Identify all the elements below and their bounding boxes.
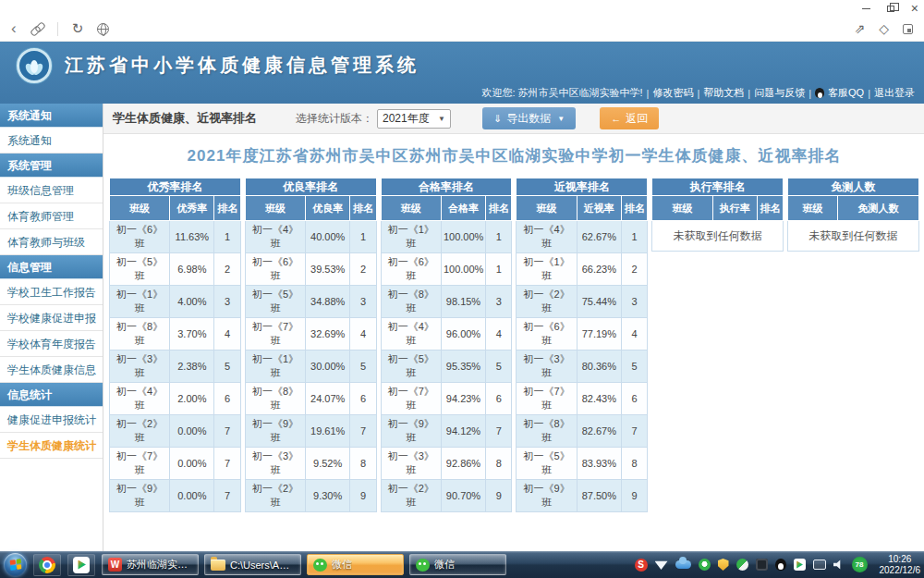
sidebar-item[interactable]: 学校健康促进申报 — [0, 305, 103, 331]
table-column-header: 合格率 — [441, 196, 485, 221]
table-row: 初一《7》班32.69%4 — [245, 318, 376, 350]
system-tray: S78 — [635, 557, 869, 572]
table-cell-class: 初一《8》班 — [381, 286, 441, 318]
refresh-icon[interactable]: ↻ — [72, 22, 84, 35]
sidebar-item[interactable]: 学生体质健康统计 — [0, 433, 103, 459]
table-cell-rank: 6 — [621, 383, 647, 415]
table-cell-class: 初一《2》班 — [245, 480, 305, 512]
header-link[interactable]: 修改密码 — [652, 86, 693, 100]
link-icon[interactable] — [30, 23, 43, 34]
sidebar: 系统通知系统通知系统管理班级信息管理体育教师管理体育教师与班级信息管理学校卫生工… — [0, 104, 103, 551]
table-row: 初一《6》班11.63%1 — [110, 221, 241, 253]
sidebar-item[interactable]: 学生体质健康信息 — [0, 357, 103, 383]
tencent-video-icon[interactable] — [67, 554, 95, 576]
share-icon[interactable]: ⇗ — [854, 22, 865, 35]
sidebar-item[interactable]: 班级信息管理 — [0, 178, 103, 203]
taskbar-window-button[interactable]: W苏州临湖实验中... — [102, 554, 199, 575]
sidebar-section-header: 信息管理 — [0, 255, 103, 279]
cloud-sync-icon[interactable] — [675, 560, 691, 569]
header-link[interactable]: 问题与反馈 — [754, 86, 805, 100]
back-icon[interactable]: ‹ — [11, 22, 17, 35]
volume-icon[interactable] — [833, 560, 845, 571]
table-cell-class: 初一《9》班 — [517, 480, 577, 512]
table-cell-class: 初一《3》班 — [245, 448, 305, 480]
table-cell-rate: 9.30% — [306, 480, 350, 512]
sidebar-item[interactable]: 体育教师管理 — [0, 203, 103, 229]
table-cell-rate: 94.23% — [441, 383, 485, 415]
table-row: 初一《4》班40.00%1 — [245, 221, 376, 253]
network-icon[interactable] — [813, 560, 826, 570]
app-title: 江苏省中小学体质健康信息管理系统 — [65, 53, 419, 78]
video-player-icon[interactable] — [794, 559, 806, 571]
antivirus-360-icon[interactable] — [699, 559, 711, 571]
table-row: 未获取到任何数据 — [652, 221, 784, 252]
page-toolbar: 学生体质健康、近视率排名 选择统计版本： 2021年度 ▼ ⇓ 导出数据 ▼ ←… — [103, 104, 924, 134]
table-column-header: 班级 — [788, 196, 838, 221]
globe-icon[interactable] — [97, 23, 109, 35]
sidebar-item[interactable]: 学校体育年度报告 — [0, 331, 103, 357]
table-cell-rank: 2 — [621, 253, 647, 286]
minimize-button[interactable] — [862, 8, 870, 9]
table-cell-rate: 82.43% — [577, 383, 621, 415]
sidebar-item[interactable]: 体育教师与班级 — [0, 229, 103, 255]
desktop-screen: × ‹ ↻ ⇗ ◇ 江苏省中小学体质健康信息管理系统 欢迎您: 苏州市吴中区临湖… — [0, 0, 924, 578]
table-cell-class: 初一《7》班 — [110, 448, 170, 480]
version-select-label: 选择统计版本： — [296, 111, 373, 127]
sogou-icon[interactable]: S — [635, 559, 648, 572]
table-row: 初一《8》班82.67%7 — [517, 415, 648, 448]
report-title: 2021年度江苏省苏州市吴中区苏州市吴中区临湖实验中学初一学生体质健康、近视率排… — [109, 145, 919, 166]
table-column-header: 班级 — [652, 196, 712, 221]
table-row: 初一《8》班24.07%6 — [245, 383, 376, 415]
export-data-button[interactable]: ⇓ 导出数据 ▼ — [482, 107, 576, 129]
table-cell-rank: 2 — [214, 253, 240, 286]
chevron-down-icon: ▼ — [557, 115, 565, 123]
table-column-header: 近视率 — [577, 196, 621, 221]
app-box-icon[interactable] — [756, 559, 768, 571]
table-cell-class: 初一《3》班 — [110, 350, 170, 383]
header-link[interactable]: 退出登录 — [874, 86, 915, 100]
header-link[interactable]: 客服QQ — [828, 86, 864, 100]
table-column-header: 免测人数 — [838, 196, 919, 221]
table-cell-rate: 62.67% — [577, 221, 621, 253]
taskbar-window-button[interactable]: C:\Users\Admini... — [204, 554, 301, 575]
table-column-header: 优秀率 — [170, 196, 214, 221]
table-row: 初一《5》班83.93%8 — [517, 448, 648, 480]
table-cell-rate: 39.53% — [306, 253, 350, 286]
table-cell-rate: 87.50% — [577, 480, 621, 512]
version-select[interactable]: 2021年度 ▼ — [377, 109, 451, 129]
minimize-icon — [862, 8, 870, 9]
sidebar-item[interactable]: 健康促进申报统计 — [0, 407, 103, 433]
sidebar-panel-icon[interactable] — [903, 24, 913, 34]
wifi-icon[interactable] — [655, 560, 668, 570]
table-row: 初一《4》班2.00%6 — [110, 383, 241, 415]
sidebar-item[interactable]: 系统通知 — [0, 128, 103, 154]
table-cell-rate: 2.00% — [170, 383, 214, 415]
taskbar-clock[interactable]: 10:26 2022/12/6 — [880, 554, 921, 576]
table-cell-class: 初一《4》班 — [517, 221, 577, 253]
table-row: 初一《1》班66.23%2 — [517, 253, 648, 286]
chrome-icon[interactable] — [33, 554, 61, 576]
qq-icon[interactable] — [775, 559, 786, 571]
battery-level-icon[interactable]: 78 — [852, 557, 868, 572]
restore-button[interactable] — [887, 6, 894, 12]
taskbar-window-button[interactable]: 微信 — [409, 554, 506, 575]
table-cell-rank: 1 — [621, 221, 647, 253]
table-cell-rate: 90.70% — [441, 480, 485, 512]
header-link[interactable]: 帮助文档 — [703, 86, 744, 100]
table-cell-rate: 4.00% — [170, 286, 214, 318]
table-cell-class: 初一《4》班 — [381, 318, 441, 350]
messenger-icon[interactable] — [736, 559, 748, 571]
security-shield-icon[interactable] — [718, 559, 729, 571]
start-button[interactable] — [4, 553, 27, 576]
page-title: 学生体质健康、近视率排名 — [113, 110, 257, 127]
app-header-banner: 江苏省中小学体质健康信息管理系统 欢迎您: 苏州市吴中区临湖实验中学! |修改密… — [0, 42, 924, 104]
table-row: 初一《2》班0.00%7 — [110, 415, 241, 448]
table-no-data: 未获取到任何数据 — [652, 221, 784, 252]
sidebar-section-header: 系统管理 — [0, 154, 103, 178]
extensions-cube-icon[interactable]: ◇ — [879, 22, 889, 35]
close-button[interactable]: × — [911, 3, 918, 14]
sidebar-item[interactable]: 学校卫生工作报告 — [0, 279, 103, 305]
return-button[interactable]: ← 返回 — [600, 107, 659, 129]
table-cell-rank: 4 — [350, 318, 376, 350]
taskbar-window-button[interactable]: 微信 — [307, 554, 404, 575]
